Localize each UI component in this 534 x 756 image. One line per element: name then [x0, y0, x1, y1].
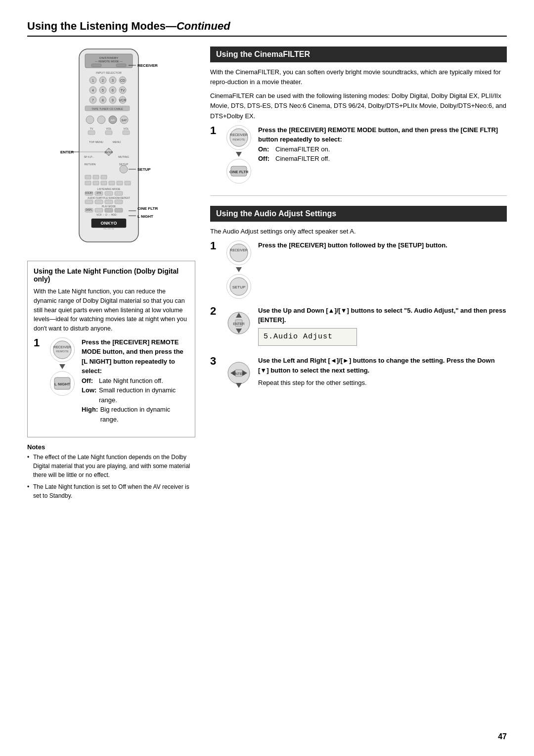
svg-text:DTS: DTS: [97, 192, 101, 194]
svg-rect-42: [88, 131, 95, 135]
main-content: ON/STANDBY — REMOTE MODE — INPUT SELECTO…: [27, 47, 507, 503]
svg-point-102: [230, 129, 248, 146]
svg-text:SETUP: SETUP: [137, 167, 151, 172]
svg-text:DISPL: DISPL: [86, 209, 92, 211]
svg-point-33: [86, 116, 94, 124]
svg-text:VOL: VOL: [106, 127, 111, 130]
svg-rect-60: [93, 181, 99, 185]
svg-rect-62: [109, 181, 115, 185]
svg-rect-81: [115, 208, 123, 212]
remote-diagram: ON/STANDBY — REMOTE MODE — INPUT SELECTO…: [59, 47, 163, 256]
svg-rect-69: [115, 191, 123, 195]
leftright-arrows-icon: ENTER: [226, 356, 251, 395]
svg-text:ENTER: ENTER: [60, 150, 74, 154]
svg-text:RECEIVER: RECEIVER: [53, 345, 71, 349]
svg-text:DOLBY: DOLBY: [85, 192, 92, 194]
svg-text:INPUT SELECTOR: INPUT SELECTOR: [96, 71, 122, 74]
late-night-intro: With the Late Night function, you can re…: [34, 287, 189, 333]
page: Using the Listening Modes—Continued ON/S…: [0, 0, 534, 756]
svg-text:2: 2: [102, 79, 104, 82]
cinema-receiver-icon: RECEIVER REMOTE: [226, 125, 251, 150]
svg-text:ENTER: ENTER: [105, 151, 113, 154]
audio-adjust-section: Using the Audio Adjust Settings The Audi…: [210, 206, 507, 396]
svg-text:SETUP: SETUP: [232, 285, 245, 289]
svg-text:ENTER: ENTER: [233, 322, 245, 326]
svg-rect-74: [95, 200, 103, 204]
cinema-filter-para2: CinemaFILTER can be used with the follow…: [210, 91, 507, 121]
svg-text:1: 1: [92, 79, 94, 82]
step3-note: Repeat this step for the other settings.: [258, 378, 507, 388]
svg-text:L NIGHT: L NIGHT: [137, 214, 153, 219]
svg-text:5: 5: [102, 89, 104, 92]
svg-rect-59: [85, 181, 91, 185]
svg-text:RECEIVER: RECEIVER: [230, 133, 248, 137]
svg-text:RECEIVER: RECEIVER: [230, 248, 248, 252]
svg-text:MUTING: MUTING: [118, 155, 129, 158]
svg-text:LISTENING MODE: LISTENING MODE: [97, 188, 120, 190]
svg-text:9: 9: [112, 98, 114, 102]
svg-text:3: 3: [112, 79, 114, 82]
svg-text:RC-647M: RC-647M: [103, 227, 114, 230]
svg-text:MENU: MENU: [113, 141, 121, 143]
cinema-filter-para1: With the CinemaFILTER, you can soften ov…: [210, 67, 507, 87]
step-arrow: [236, 267, 242, 272]
late-night-section: Using the Late Night Function (Dolby Dig…: [27, 261, 195, 437]
note-2: The Late Night function is set to Off wh…: [27, 482, 195, 500]
svg-text:AR: AR: [111, 119, 115, 122]
svg-rect-56: [85, 175, 91, 179]
note-1: The effect of the Late Night function de…: [27, 453, 195, 479]
svg-text:6: 6: [112, 89, 114, 92]
svg-text:— REMOTE MODE —: — REMOTE MODE —: [95, 60, 123, 63]
notes-section: Notes The effect of the Late Night funct…: [27, 443, 195, 500]
svg-text:RECEIVER: RECEIVER: [137, 63, 158, 68]
svg-point-55: [120, 165, 128, 173]
cinema-filter-heading: Using the CinemaFILTER: [210, 47, 507, 62]
cinema-filter-section: Using the CinemaFILTER With the CinemaFI…: [210, 47, 507, 184]
section-divider: [210, 195, 507, 196]
updown-arrows-icon: ENTER: [226, 306, 251, 340]
svg-text:TAPE   TUNER    CD    CABLE: TAPE TUNER CD CABLE: [91, 107, 123, 110]
audio-step1-icons: RECEIVER SETUP: [225, 240, 252, 299]
svg-text:ONKYO: ONKYO: [100, 221, 117, 226]
setup-btn-icon: SETUP: [226, 274, 251, 299]
svg-text:TV: TV: [89, 127, 93, 130]
audio-step2-icons: ENTER: [225, 306, 252, 340]
svg-rect-68: [105, 191, 113, 195]
svg-text:L NIGHT: L NIGHT: [54, 382, 70, 386]
svg-text:AUDIO  SUBTITLE RANDOM REPEAT: AUDIO SUBTITLE RANDOM REPEAT: [88, 196, 130, 199]
late-night-step1-icons: RECEIVER REMOTE L NIGHT: [48, 337, 76, 396]
display-box: 5.Audio Adjust: [258, 328, 357, 346]
svg-text:ON/STANDBY: ON/STANDBY: [99, 56, 119, 59]
svg-rect-5: [116, 64, 126, 67]
page-title: Using the Listening Modes—Continued: [27, 20, 507, 33]
svg-rect-58: [101, 175, 107, 179]
audio-adjust-intro: The Audio Adjust settings only affect sp…: [210, 227, 507, 236]
svg-text:VCR ← D → HDD: VCR ← D → HDD: [96, 213, 117, 216]
receiver-btn-icon: RECEIVER REMOTE: [50, 337, 75, 362]
svg-text:4: 4: [92, 89, 94, 92]
svg-text:CINE FLTR: CINE FLTR: [229, 170, 248, 174]
audio-receiver-icon: RECEIVER: [226, 240, 251, 265]
svg-rect-61: [101, 181, 107, 185]
left-column: ON/STANDBY — REMOTE MODE — INPUT SELECTO…: [27, 47, 195, 503]
svg-text:TV: TV: [121, 89, 125, 92]
cinema-step1-icons: RECEIVER REMOTE CINE FLTR: [225, 125, 252, 184]
svg-text:REMOTE: REMOTE: [232, 138, 245, 141]
svg-point-107: [230, 244, 248, 262]
step-arrow: [59, 364, 65, 369]
svg-rect-44: [123, 131, 130, 135]
cine-fltr-icon: CINE FLTR: [226, 159, 251, 184]
late-night-heading: Using the Late Night Function (Dolby Dig…: [34, 267, 189, 283]
svg-rect-80: [105, 208, 113, 212]
svg-marker-121: [236, 383, 242, 388]
svg-text:7: 7: [92, 98, 94, 102]
audio-step2: 2 ENTER Use the Up and Down [▲]/[▼] butt…: [210, 306, 507, 349]
svg-text:PLAY MODE: PLAY MODE: [102, 205, 116, 208]
right-column: Using the CinemaFILTER With the CinemaFI…: [210, 47, 507, 503]
svg-rect-79: [95, 208, 103, 212]
svg-rect-64: [125, 181, 131, 185]
svg-rect-75: [105, 200, 113, 204]
svg-text:VCR: VCR: [119, 98, 127, 102]
page-header: Using the Listening Modes—Continued: [27, 20, 507, 37]
svg-text:RETURN: RETURN: [85, 163, 96, 166]
